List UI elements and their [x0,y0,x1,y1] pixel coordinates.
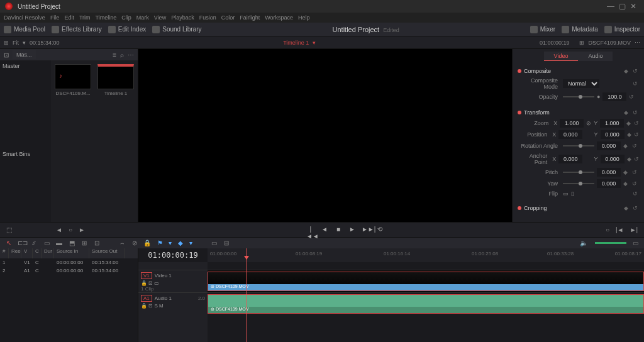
menu-file[interactable]: File [50,14,60,21]
audio-track[interactable]: ⊘ DSCF4109.MOV [208,292,644,315]
close-button[interactable]: ✕ [628,2,639,11]
menu-davinci[interactable]: DaVinci Resolve [4,14,45,21]
timecode-display[interactable]: 01:00:00:19 [138,248,208,262]
reset-icon[interactable]: ↺ [633,205,639,211]
reset-icon[interactable]: ↺ [634,156,639,162]
bin-tab[interactable]: Mas... [13,50,36,59]
trim-tool[interactable]: ⊏⊐ [18,240,25,247]
lock-icon[interactable]: 🔒 [143,240,151,247]
timeline-tracks[interactable]: 01:00:00:00 01:00:08:19 01:00:16:14 01:0… [208,248,644,342]
go-in-icon[interactable]: |◄ [616,226,624,233]
pitch-input[interactable] [597,168,621,177]
flip-h-button[interactable]: ▭ [563,190,569,197]
anchor-y-input[interactable] [601,155,625,163]
menu-timeline[interactable]: Timeline [96,14,117,21]
edit-index-row[interactable]: 1 V1C 00:00:00:0000:15:34:00 [0,258,138,267]
reset-icon[interactable]: ↺ [634,120,639,126]
menu-edit[interactable]: Edit [64,14,74,21]
edit-index-row[interactable]: 2 A1C 00:00:00:0000:15:34:00 [0,267,138,275]
timeline-name[interactable]: Timeline 1 [283,40,309,46]
rotation-slider[interactable] [563,145,594,146]
play-reverse-button[interactable]: ◄ [320,226,329,234]
blade-tool[interactable]: ⫽ [30,240,38,247]
in-point-icon[interactable]: ○ [606,226,609,233]
composite-mode-select[interactable]: Normal [563,79,599,88]
reverse-icon[interactable]: ○ [69,226,72,233]
menu-fairlight[interactable]: Fairlight [240,14,260,21]
overwrite-icon[interactable]: ▬ [55,240,63,247]
reset-icon[interactable]: ↺ [632,169,638,175]
flip-v-button[interactable]: ▯ [571,190,574,197]
playhead[interactable] [247,248,247,342]
insert-icon[interactable]: ▭ [43,240,50,247]
menu-help[interactable]: Help [298,14,310,21]
zoom-y-input[interactable] [600,119,624,128]
reset-icon[interactable]: ↺ [629,94,635,100]
reset-icon[interactable]: ↺ [633,68,639,74]
link-icon[interactable]: ⊘ [586,120,591,126]
maximize-button[interactable]: ▢ [616,2,628,11]
video-track-head[interactable]: V1Video 1 🔒 ⊡ ▭ 1 Clip [138,270,208,292]
composite-header[interactable]: Composite [524,68,551,74]
marker-icon[interactable]: ◆ [177,240,184,247]
keyframe-icon[interactable]: ◆ [624,68,630,74]
inspector-audio-tab[interactable]: Audio [578,52,613,61]
reset-icon[interactable]: ↺ [633,190,639,197]
go-out-icon[interactable]: ►| [630,226,638,233]
expand-icon[interactable]: ⊡ [4,52,9,58]
loop-button[interactable]: ⟲ [375,226,384,234]
anchor-x-input[interactable] [558,155,582,163]
menu-clip[interactable]: Clip [121,14,131,21]
next-edit-icon[interactable]: ► [79,226,85,233]
view-scale[interactable]: Fit [13,40,19,46]
minimize-button[interactable]: — [605,2,616,11]
smart-bins[interactable]: Smart Bins [3,151,48,157]
inspector-video-tab[interactable]: Video [544,52,579,61]
cropping-header[interactable]: Cropping [524,205,547,211]
reset-icon[interactable]: ↺ [633,80,639,87]
timeline-opts-icon[interactable]: ⊟ [223,240,230,247]
timeline-view-icon[interactable]: ▭ [631,240,639,247]
snap-icon[interactable]: ▭ [210,240,218,247]
stop-button[interactable]: ■ [334,226,343,234]
yaw-slider[interactable] [563,183,594,184]
metadata-toggle[interactable]: Metadata [562,26,598,33]
pos-y-input[interactable] [601,130,625,139]
first-frame-button[interactable]: |◄◄ [306,226,315,234]
media-timeline[interactable]: Timeline 1 [97,64,134,96]
play-button[interactable]: ► [348,226,357,234]
menu-fusion[interactable]: Fusion [199,14,216,21]
master-bin[interactable]: Master [3,63,48,69]
menu-mark[interactable]: Mark [136,14,149,21]
selection-tool[interactable]: ↖ [5,240,13,247]
menu-view[interactable]: View [154,14,166,21]
media-pool-toggle[interactable]: Media Pool [4,26,45,33]
transform-header[interactable]: Transform [524,109,550,116]
edit-index-toggle[interactable]: Edit Index [108,26,146,33]
last-frame-button[interactable]: ►►| [362,226,370,234]
pitch-slider[interactable] [563,172,594,173]
timeline-ruler[interactable]: 01:00:00:00 01:00:08:19 01:00:16:14 01:0… [208,248,644,262]
menu-color[interactable]: Color [221,14,235,21]
options-icon[interactable]: ⋯ [635,40,640,46]
search-icon[interactable]: ⌕ [120,52,124,58]
mute-icon[interactable]: 🔈 [580,240,587,247]
replace-icon[interactable]: ⬒ [68,240,75,247]
menu-trim[interactable]: Trim [79,14,91,21]
list-view-icon[interactable]: ≡ [113,52,116,58]
yaw-input[interactable] [597,179,621,188]
options-icon[interactable]: ⋯ [128,52,134,58]
media-clip[interactable]: ♪ DSCF4109.M... [55,64,91,96]
effects-library-toggle[interactable]: Effects Library [52,26,102,33]
sound-library-toggle[interactable]: Sound Library [152,26,201,33]
video-clip[interactable]: ⊘ DSCF4109.MOV [208,272,644,291]
chain-icon[interactable]: ⊘ [131,240,138,247]
pos-x-input[interactable] [558,130,582,139]
zoom-x-input[interactable] [560,119,584,128]
prev-edit-icon[interactable]: ◄ [56,226,62,233]
inspector-toggle[interactable]: Inspector [604,26,640,33]
viewer-monitor[interactable] [138,49,512,222]
view-grid-icon[interactable]: ⊞ [4,40,9,46]
audio-track-head[interactable]: A1Audio 12.0 🔒 ⊡ S M [138,292,208,315]
video-track[interactable]: ⊘ DSCF4109.MOV [208,270,644,292]
